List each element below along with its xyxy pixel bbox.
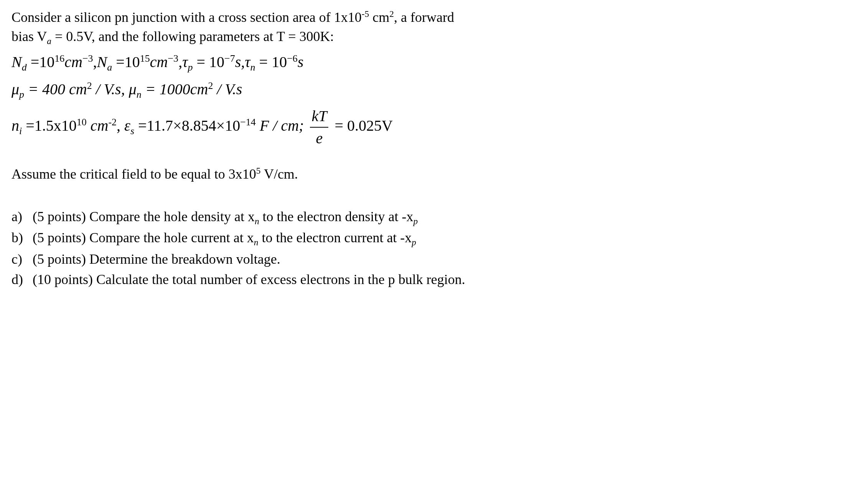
b-pre: (5 points) Compare the hole current at x bbox=[33, 230, 254, 245]
sym-tau2: τ bbox=[245, 53, 250, 71]
param-line-1: Nd =1016cm−3,Na =1015cm−3,τp = 10−7s,τn … bbox=[12, 51, 856, 74]
question-b: b) (5 points) Compare the hole current a… bbox=[12, 228, 856, 249]
intro-line2-pre: bias V bbox=[12, 29, 47, 44]
exp-m3: −3 bbox=[82, 53, 93, 64]
eq-mun: = 1000cm bbox=[142, 80, 208, 98]
sub-n: n bbox=[250, 62, 255, 73]
exp-m7: −7 bbox=[224, 53, 235, 64]
eq3: = 10 bbox=[193, 53, 224, 71]
assume-text: Assume the critical field to be equal to… bbox=[12, 164, 856, 184]
comma: , bbox=[93, 53, 97, 71]
sym-mu2: μ bbox=[129, 80, 137, 98]
unit-cm2: cm bbox=[150, 53, 168, 71]
unit-vs: / V.s, bbox=[92, 80, 129, 98]
comma3: , bbox=[117, 117, 124, 134]
assume-sup: 5 bbox=[256, 166, 261, 176]
intro-sup1: -5 bbox=[362, 9, 369, 19]
param-line-3: ni =1.5x1010 cm-2, εs =11.7×8.854×10−14 … bbox=[12, 105, 856, 149]
eq-mup: = 400 cm bbox=[24, 80, 87, 98]
b-sub1: n bbox=[254, 238, 259, 248]
intro-line2-post: = 0.5V, and the following parameters at … bbox=[51, 29, 334, 44]
comma2: , bbox=[178, 53, 182, 71]
a-sub1: n bbox=[255, 216, 259, 226]
exp2b: 2 bbox=[208, 80, 213, 91]
sym-mu: μ bbox=[12, 80, 19, 98]
intro-line1-post: , a forward bbox=[394, 10, 454, 25]
sub-p: p bbox=[188, 62, 193, 73]
a-sub2: p bbox=[413, 216, 418, 226]
frac-num: kT bbox=[310, 105, 328, 128]
label-a: a) bbox=[12, 207, 33, 226]
sym-n: n bbox=[12, 117, 19, 134]
questions-list: a) (5 points) Compare the hole density a… bbox=[12, 207, 856, 289]
text-b: (5 points) Compare the hole current at x… bbox=[33, 228, 416, 249]
sym-tau: τ bbox=[182, 53, 188, 71]
assume-pre: Assume the critical field to be equal to… bbox=[12, 166, 256, 182]
exp-m3b: −3 bbox=[168, 53, 178, 64]
eq2: =10 bbox=[112, 53, 140, 71]
intro-sub-a: a bbox=[47, 36, 51, 46]
eq-ni: =1.5x10 bbox=[22, 117, 77, 134]
exp15: 15 bbox=[140, 53, 150, 64]
sub-a: a bbox=[107, 62, 112, 73]
sym-N2: N bbox=[97, 53, 107, 71]
question-c: c) (5 points) Determine the breakdown vo… bbox=[12, 250, 856, 269]
label-d: d) bbox=[12, 270, 33, 289]
intro-sup2: 2 bbox=[389, 9, 394, 19]
unit-fcm: F / cm; bbox=[256, 117, 308, 134]
unit-cm3: cm bbox=[87, 117, 109, 134]
frac-den: e bbox=[310, 128, 328, 149]
eq: =10 bbox=[27, 53, 55, 71]
unit-vs2: / V.s bbox=[213, 80, 242, 98]
exp-m6: −6 bbox=[287, 53, 298, 64]
label-c: c) bbox=[12, 250, 33, 269]
b-sub2: p bbox=[412, 238, 416, 248]
text-a: (5 points) Compare the hole density at x… bbox=[33, 207, 418, 228]
text-c: (5 points) Determine the breakdown volta… bbox=[33, 250, 280, 269]
frac-kT-e: kTe bbox=[310, 105, 328, 149]
b-mid: to the electron current at -x bbox=[259, 230, 412, 245]
param-line-2: μp = 400 cm2 / V.s, μn = 1000cm2 / V.s bbox=[12, 79, 856, 102]
intro-line1-pre: Consider a silicon pn junction with a cr… bbox=[12, 10, 362, 25]
sub-d: d bbox=[22, 62, 27, 73]
exp2: 2 bbox=[87, 80, 92, 91]
sub-n2: n bbox=[137, 89, 142, 100]
sub-p2: p bbox=[19, 89, 24, 100]
question-d: d) (10 points) Calculate the total numbe… bbox=[12, 270, 856, 289]
unit-s: s, bbox=[235, 53, 245, 71]
label-b: b) bbox=[12, 228, 33, 247]
a-mid: to the electron density at -x bbox=[259, 209, 413, 224]
unit-s2: s bbox=[298, 53, 304, 71]
exp10: 10 bbox=[77, 117, 87, 128]
assume-post: V/cm. bbox=[261, 166, 298, 182]
intro-cm: cm bbox=[369, 10, 389, 25]
eq-vt: = 0.025V bbox=[331, 117, 392, 134]
eq4: = 10 bbox=[255, 53, 287, 71]
exp-m2: -2 bbox=[108, 117, 117, 128]
exp16: 16 bbox=[54, 53, 64, 64]
a-pre: (5 points) Compare the hole density at x bbox=[33, 209, 255, 224]
unit-cm: cm bbox=[64, 53, 82, 71]
intro-text: Consider a silicon pn junction with a cr… bbox=[12, 8, 856, 48]
sym-eps: ε bbox=[124, 117, 130, 134]
question-a: a) (5 points) Compare the hole density a… bbox=[12, 207, 856, 228]
sub-s: s bbox=[130, 125, 134, 136]
exp-m14: −14 bbox=[240, 117, 256, 128]
sym-N: N bbox=[12, 53, 22, 71]
text-d: (10 points) Calculate the total number o… bbox=[33, 270, 465, 289]
eq-eps: =11.7×8.854×10 bbox=[134, 117, 240, 134]
